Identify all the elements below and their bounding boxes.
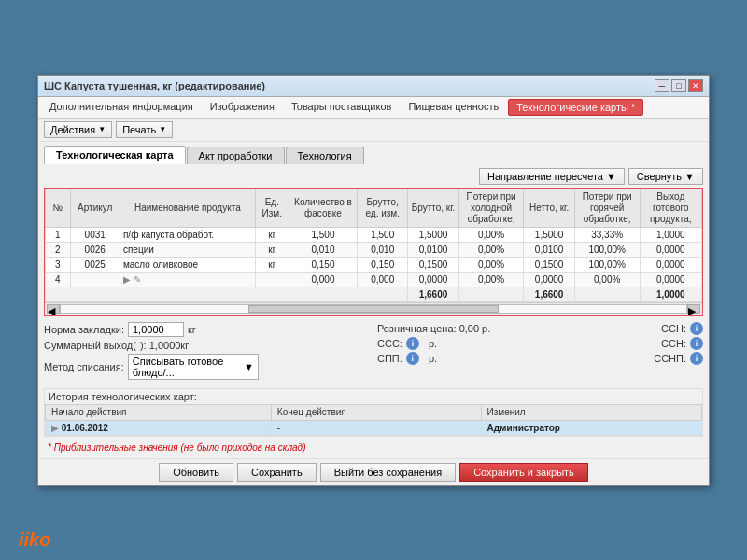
form-right: Розничная цена: 0,00 р. ССН: i ССС: i р.… — [377, 322, 703, 367]
menu-suppliers[interactable]: Товары поставщиков — [284, 99, 399, 116]
cell-brutto-u: 0,150 — [358, 257, 408, 272]
iiko-logo: iiko — [19, 529, 50, 550]
logo-area: iiko — [19, 529, 50, 551]
table-row[interactable]: 1 0031 п/ф капуста обработ. кг 1,500 1,5… — [46, 227, 702, 242]
hist-col-changed: Изменил — [481, 404, 701, 420]
cell-unit: кг — [255, 227, 289, 242]
price-label: Розничная цена: 0,00 р. — [377, 323, 490, 334]
method-select[interactable]: Списывать готовое блюдо/... ▼ — [128, 354, 259, 380]
ccn-info-icon[interactable]: i — [690, 337, 703, 350]
cpp-label: СПП: — [377, 353, 402, 364]
col-unit: Ед. Изм. — [255, 189, 289, 227]
table-row[interactable]: 3 0025 масло оливковое кг 0,150 0,150 0,… — [46, 257, 702, 272]
collapse-button[interactable]: Свернуть ▼ — [628, 168, 703, 185]
cch-info-icon[interactable]: i — [690, 322, 703, 335]
ingredients-table: № Артикул Наименование продукта Ед. Изм.… — [45, 189, 702, 302]
menu-tech-cards[interactable]: Технологические карты * — [508, 99, 643, 116]
cell-article: 0025 — [70, 257, 120, 272]
col-hot-loss: Потери при горячей обработке, — [574, 189, 640, 227]
cell-article: 0026 — [70, 242, 120, 257]
scrollbar-thumb[interactable] — [248, 305, 499, 313]
cell-hot-loss: 33,33% — [574, 227, 640, 242]
cell-output: 1,0000 — [640, 227, 701, 242]
cell-qty: 0,150 — [289, 257, 357, 272]
exit-no-save-button[interactable]: Выйти без сохранения — [320, 463, 457, 482]
norm-row: Норма закладки: кг — [44, 322, 370, 337]
save-close-button[interactable]: Сохранить и закрыть — [459, 463, 588, 482]
cell-name: масло оливковое — [120, 257, 255, 272]
scroll-right-btn[interactable]: ▶ — [687, 304, 700, 314]
horizontal-scrollbar[interactable]: ◀ ▶ — [45, 302, 702, 315]
close-button[interactable]: ✕ — [688, 79, 703, 92]
maximize-button[interactable]: □ — [671, 79, 686, 92]
cell-output: 0,0000 — [640, 257, 701, 272]
cell-brutto-kg: 0,1500 — [408, 257, 458, 272]
table-row-new[interactable]: 4 ▶ ✎ 0,000 0,000 0,0000 0,00% 0,0000 0,… — [46, 272, 702, 287]
cell-output: 0,0000 — [640, 272, 701, 287]
print-arrow-icon: ▼ — [159, 125, 166, 133]
form-section: Норма закладки: кг Суммарный выход( ): 1… — [44, 320, 703, 385]
cell-qty: 1,500 — [289, 227, 357, 242]
ccs-info-icon[interactable]: i — [406, 337, 419, 350]
tab-act[interactable]: Акт проработки — [187, 147, 285, 164]
cch-label: ССН: — [661, 323, 686, 334]
content-area: Технологическая карта Акт проработки Тех… — [38, 142, 709, 458]
method-arrow-icon: ▼ — [244, 361, 254, 372]
cell-num: 4 — [46, 272, 71, 287]
cell-num: 3 — [46, 257, 71, 272]
totals-empty2 — [458, 287, 524, 301]
footer-buttons: Обновить Сохранить Выйти без сохранения … — [38, 458, 709, 485]
cell-name: ▶ ✎ — [120, 272, 255, 287]
ccn-label: ССН: — [661, 338, 686, 349]
totals-empty3 — [574, 287, 640, 301]
col-brutto-kg: Брутто, кг. — [408, 189, 458, 227]
menu-nutrition[interactable]: Пищевая ценность — [401, 99, 506, 116]
cell-num: 1 — [46, 227, 71, 242]
cell-cold-loss: 0,00% — [458, 257, 524, 272]
tab-tech-card[interactable]: Технологическая карта — [44, 146, 186, 164]
hist-cell-start: ▶ 01.06.2012 — [46, 420, 272, 435]
minimize-button[interactable]: ─ — [655, 79, 669, 92]
history-title: История технологических карт: — [45, 389, 702, 404]
totals-empty — [46, 287, 408, 301]
history-table: Начало действия Конец действия Изменил ▶… — [45, 404, 702, 436]
ccs-row: ССС: i р. ССН: i — [377, 337, 703, 350]
cell-netto: 0,0000 — [524, 272, 574, 287]
cell-cold-loss: 0,00% — [458, 227, 524, 242]
col-brutto-u: Брутто, ед. изм. — [358, 189, 408, 227]
col-cold-loss: Потери при холодной обработке, — [458, 189, 524, 227]
menu-additional-info[interactable]: Дополнительная информация — [42, 99, 201, 116]
table-row[interactable]: 2 0026 специи кг 0,010 0,010 0,0100 0,00… — [46, 242, 702, 257]
tab-technology[interactable]: Технология — [286, 147, 364, 164]
norm-input[interactable] — [128, 322, 184, 337]
cell-num: 2 — [46, 242, 71, 257]
update-button[interactable]: Обновить — [159, 463, 233, 482]
price-row: Розничная цена: 0,00 р. ССН: i — [377, 322, 703, 335]
norm-label: Норма закладки: — [44, 324, 124, 335]
scrollbar-track[interactable] — [60, 304, 687, 314]
tabs-row: Технологическая карта Акт проработки Тех… — [44, 146, 703, 164]
cell-brutto-u: 0,000 — [358, 272, 408, 287]
print-dropdown[interactable]: Печать ▼ — [116, 121, 173, 138]
history-row[interactable]: ▶ 01.06.2012 - Администратор — [46, 420, 702, 435]
save-button[interactable]: Сохранить — [237, 463, 317, 482]
menu-images[interactable]: Изображения — [203, 99, 282, 116]
csnp-label: ССНП: — [654, 353, 686, 364]
cpp-value: р. — [423, 353, 437, 364]
direction-button[interactable]: Направление пересчета ▼ — [479, 168, 625, 185]
cpp-info-icon[interactable]: i — [406, 352, 419, 365]
cell-article — [70, 272, 120, 287]
ccs-value: р. — [423, 338, 437, 349]
hist-col-start: Начало действия — [46, 404, 272, 420]
window-title: ШС Капуста тушенная, кг (редактирование) — [44, 80, 265, 91]
output-value: ): 1,0000кг — [140, 340, 189, 351]
cell-hot-loss: 100,00% — [574, 257, 640, 272]
cell-hot-loss: 100,00% — [574, 242, 640, 257]
cell-output: 0,0000 — [640, 242, 701, 257]
cell-brutto-kg: 1,5000 — [408, 227, 458, 242]
actions-dropdown[interactable]: Действия ▼ — [44, 121, 112, 138]
scroll-left-btn[interactable]: ◀ — [47, 304, 60, 314]
cell-qty: 0,000 — [289, 272, 357, 287]
norm-unit: кг — [188, 324, 196, 335]
csnp-info-icon[interactable]: i — [690, 352, 703, 365]
